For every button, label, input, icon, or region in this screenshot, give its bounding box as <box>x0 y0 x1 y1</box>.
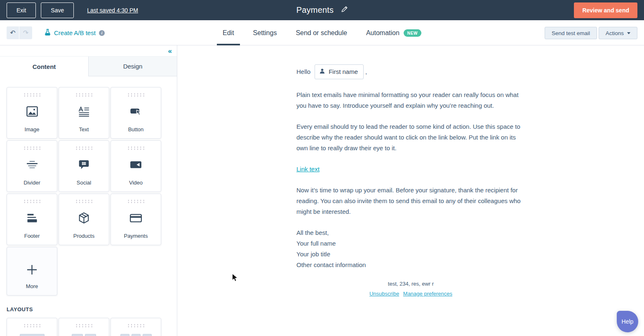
module-label: More <box>26 283 38 289</box>
divider-icon <box>26 159 38 171</box>
chevron-down-icon <box>627 32 630 34</box>
help-button[interactable]: Help <box>617 311 638 332</box>
module-card-footer[interactable]: Footer <box>7 194 57 245</box>
email-link-text[interactable]: Link text <box>296 164 320 175</box>
editor-tabs: Edit Settings Send or schedule Automatio… <box>223 20 421 45</box>
undo-redo-group: ↶ ↷ <box>7 26 32 39</box>
manage-preferences-link[interactable]: Manage preferences <box>403 291 452 297</box>
layout-preview <box>120 334 152 336</box>
module-card-payments[interactable]: Payments <box>110 194 161 245</box>
create-ab-test-link[interactable]: Create A/B test i <box>45 20 105 45</box>
layout-card-two-column[interactable] <box>59 318 109 336</box>
module-label: Video <box>129 180 143 186</box>
email-canvas: Hello First name , Plain text emails hav… <box>178 45 644 336</box>
flask-icon <box>45 29 51 37</box>
drag-handle[interactable] <box>75 324 93 327</box>
greeting-text: Hello <box>296 66 310 77</box>
editor-toolbar: ↶ ↷ Create A/B test i Edit Settings Send… <box>0 20 644 45</box>
content-sidebar: « Content Design Image Text <box>0 45 177 336</box>
email-title-group: Payments <box>296 0 348 20</box>
module-label: Footer <box>24 233 40 239</box>
module-label: Divider <box>24 180 40 186</box>
collapse-sidebar-icon[interactable]: « <box>168 47 172 54</box>
email-paragraph[interactable]: Now it’s time to wrap up your email. Bef… <box>296 185 526 217</box>
module-grid: Image Text Button <box>7 87 170 245</box>
module-card-products[interactable]: Products <box>59 194 109 245</box>
last-saved-link[interactable]: Last saved 4:30 PM <box>87 7 138 14</box>
tab-automation[interactable]: Automation NEW <box>366 20 421 45</box>
layout-preview <box>20 334 45 336</box>
plus-icon <box>26 264 38 276</box>
sidebar-tab-content[interactable]: Content <box>0 57 88 76</box>
edit-title-pencil-icon[interactable] <box>341 6 348 14</box>
undo-button[interactable]: ↶ <box>7 26 19 39</box>
create-ab-test-label: Create A/B test <box>54 29 96 36</box>
top-navbar: Exit Save Last saved 4:30 PM Payments Re… <box>0 0 644 20</box>
signature-line: Other contact information <box>296 260 526 270</box>
module-card-divider[interactable]: Divider <box>7 140 57 192</box>
layout-card-one-column[interactable] <box>7 318 57 336</box>
drag-handle[interactable] <box>75 93 93 97</box>
drag-handle[interactable] <box>23 199 41 203</box>
review-and-send-button[interactable]: Review and send <box>574 2 637 18</box>
actions-dropdown-button[interactable]: Actions <box>599 27 637 39</box>
footer-address-text: test, 234, res, ewr r <box>178 281 644 287</box>
tab-settings[interactable]: Settings <box>253 20 277 45</box>
module-card-social[interactable]: Social <box>59 140 109 192</box>
drag-handle[interactable] <box>23 93 41 97</box>
drag-handle[interactable] <box>23 324 41 327</box>
button-icon <box>130 105 142 118</box>
exit-button[interactable]: Exit <box>7 2 36 18</box>
drag-handle[interactable] <box>75 146 93 150</box>
module-card-text[interactable]: Text <box>59 87 109 139</box>
layout-card-three-column[interactable] <box>110 318 161 336</box>
drag-handle[interactable] <box>127 93 145 97</box>
products-icon <box>78 212 89 224</box>
payments-icon <box>130 212 142 224</box>
tab-automation-label: Automation <box>366 29 400 37</box>
layout-grid <box>7 318 170 336</box>
module-card-video[interactable]: Video <box>110 140 161 192</box>
greeting-comma: , <box>365 66 367 77</box>
video-icon <box>130 159 142 171</box>
email-signature[interactable]: All the best, Your full name Your job ti… <box>296 227 526 270</box>
unsubscribe-link[interactable]: Unsubscribe <box>369 291 399 297</box>
drag-handle[interactable] <box>75 199 93 203</box>
sidebar-body: Image Text Button <box>0 76 177 336</box>
token-label: First name <box>329 66 358 77</box>
email-body-module[interactable]: Hello First name , Plain text emails hav… <box>296 64 526 270</box>
module-card-button[interactable]: Button <box>110 87 161 139</box>
drag-handle[interactable] <box>127 146 145 150</box>
email-paragraph[interactable]: Every email should try to lead the reade… <box>296 121 526 154</box>
footer-icon <box>27 212 38 224</box>
tab-send-or-schedule[interactable]: Send or schedule <box>296 20 347 45</box>
text-icon <box>78 105 89 118</box>
email-footer-module[interactable]: test, 234, res, ewr r Unsubscribe Manage… <box>178 281 644 297</box>
image-icon <box>26 105 38 118</box>
drag-handle[interactable] <box>127 324 145 327</box>
sidebar-tab-design[interactable]: Design <box>88 57 177 76</box>
signature-line: All the best, <box>296 227 526 238</box>
new-badge: NEW <box>404 29 421 37</box>
send-test-email-button[interactable]: Send test email <box>545 27 597 39</box>
redo-button[interactable]: ↷ <box>19 26 32 39</box>
save-button[interactable]: Save <box>41 2 74 18</box>
drag-handle[interactable] <box>23 146 41 150</box>
layouts-section-title: LAYOUTS <box>7 306 170 312</box>
more-modules-card[interactable]: More <box>7 247 57 296</box>
module-label: Text <box>79 126 89 133</box>
module-label: Social <box>77 180 91 186</box>
sidebar-tabs: Content Design <box>0 57 177 76</box>
footer-links: Unsubscribe Manage preferences <box>178 291 644 297</box>
module-card-image[interactable]: Image <box>7 87 57 139</box>
greeting-line[interactable]: Hello First name , <box>296 64 526 79</box>
signature-line: Your job title <box>296 249 526 260</box>
sidebar-collapse-strip: « <box>0 45 177 57</box>
email-paragraph[interactable]: Plain text emails have minimal formattin… <box>296 90 526 111</box>
tab-edit[interactable]: Edit <box>223 20 234 45</box>
page-title: Payments <box>296 5 334 15</box>
drag-handle[interactable] <box>127 199 145 203</box>
personalization-token-first-name[interactable]: First name <box>315 64 364 79</box>
actions-label: Actions <box>606 30 624 36</box>
info-icon[interactable]: i <box>99 30 105 36</box>
